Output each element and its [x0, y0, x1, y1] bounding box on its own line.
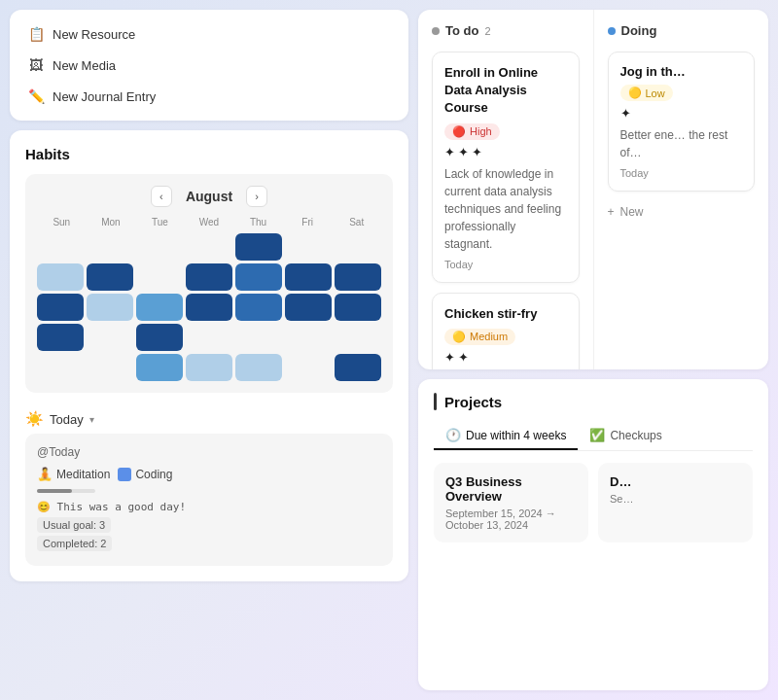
quick-actions-card: 📋 New Resource 🖼 New Media ✏️ New Journa…: [10, 10, 408, 121]
doing-task-desc: Better ene… the rest of…: [620, 126, 743, 161]
projects-section: Projects 🕐 Due within 4 weeks ✅ Checkups…: [418, 379, 768, 690]
todo-column-header: To do 2: [432, 23, 580, 38]
cal-cell: [136, 233, 183, 261]
high-label: High: [470, 125, 492, 137]
cal-cell: [136, 354, 183, 381]
chevron-down-icon: ▾: [89, 414, 94, 425]
doing-task-title: Jog in th…: [620, 64, 743, 79]
cal-cell: [285, 324, 332, 351]
today-label: Today: [50, 412, 84, 427]
cal-cell: [87, 294, 133, 321]
at-today-card: @Today 🧘 Meditation Coding 😊 This was a …: [25, 434, 393, 566]
cal-cell: [285, 233, 332, 261]
checkups-label: Checkups: [610, 429, 661, 442]
cal-cell: [186, 324, 232, 351]
clock-icon: 🕐: [445, 428, 461, 442]
project-card-q3[interactable]: Q3 Business Overview September 15, 2024 …: [434, 463, 588, 542]
calendar-month: August: [186, 189, 232, 204]
new-resource-button[interactable]: 📋 New Resource: [27, 23, 391, 45]
cal-cell: [136, 263, 183, 291]
task-card-chicken[interactable]: Chicken stir-fry 🟡 Medium ✦✦ Today: [432, 293, 580, 369]
left-panel: 📋 New Resource 🖼 New Media ✏️ New Journa…: [10, 10, 408, 690]
at-today-label: @Today: [37, 445, 381, 459]
tasks-board: To do 2 Enroll in Online Data Analysis C…: [418, 10, 768, 369]
plus-icon: +: [608, 205, 615, 219]
new-journal-button[interactable]: ✏️ New Journal Entry: [27, 86, 391, 107]
cal-cell: [235, 324, 282, 351]
priority-badge-medium: 🟡 Medium: [444, 329, 515, 345]
task-title: Enroll in Online Data Analysis Course: [444, 64, 567, 118]
cal-cell: [235, 354, 282, 381]
task-description: Lack of knowledge in current data analys…: [444, 165, 567, 253]
media-icon: 🖼: [27, 56, 45, 74]
doing-label: Doing: [621, 23, 657, 38]
cal-cell: [335, 294, 381, 321]
cal-cell: [335, 324, 381, 351]
doing-add-new-button[interactable]: + New: [608, 201, 756, 223]
projects-title-bar: [434, 393, 437, 410]
cal-cell: [87, 354, 133, 381]
projects-grid: Q3 Business Overview September 15, 2024 …: [434, 463, 753, 542]
cal-cell: [37, 354, 84, 381]
calendar-day-labels: Sun Mon Tue Wed Thu Fri Sat: [37, 217, 381, 228]
cal-cell: [136, 324, 183, 351]
task-emoji-row: ✦✦✦: [444, 145, 567, 159]
task-title: Chicken stir-fry: [444, 305, 567, 323]
projects-title: Projects: [444, 394, 502, 410]
cal-cell: [235, 233, 282, 261]
project-dates: Se…: [610, 493, 741, 505]
cal-cell: [235, 294, 282, 321]
todo-dot: [432, 27, 440, 35]
cal-cell: [335, 233, 381, 261]
meditation-tag: 🧘 Meditation: [37, 467, 110, 481]
sun-icon: ☀️: [25, 410, 44, 428]
cal-cell: [87, 263, 133, 291]
cal-cell: [186, 294, 232, 321]
todo-label: To do: [445, 23, 478, 38]
medium-label: Medium: [470, 331, 508, 342]
project-card-d[interactable]: D… Se…: [598, 463, 753, 542]
coding-box-icon: [118, 468, 131, 481]
cal-cell: [285, 263, 332, 291]
cal-cell: [285, 294, 332, 321]
tab-due-within-weeks[interactable]: 🕐 Due within 4 weeks: [434, 422, 578, 450]
task-emoji-row: ✦✦: [444, 350, 567, 365]
low-icon: 🟡: [628, 87, 642, 99]
usual-goal-label: Usual goal: 3: [37, 517, 111, 533]
right-panel: To do 2 Enroll in Online Data Analysis C…: [418, 10, 768, 690]
low-label: Low: [646, 88, 665, 99]
completed-label: Completed: 2: [37, 536, 112, 551]
doing-dot: [608, 27, 616, 35]
calendar-widget: ‹ August › Sun Mon Tue Wed Thu Fri Sat: [25, 174, 393, 393]
doing-card-jog[interactable]: Jog in th… 🟡 Low ✦ Better ene… the rest …: [608, 52, 756, 192]
calendar-next-button[interactable]: ›: [246, 186, 267, 207]
projects-header: Projects: [434, 393, 753, 410]
cal-cell: [37, 233, 84, 261]
cal-cell: [37, 294, 84, 321]
resource-icon: 📋: [27, 25, 45, 43]
task-date: Today: [444, 259, 567, 270]
project-name: D…: [610, 474, 741, 489]
new-media-label: New Media: [53, 58, 116, 73]
cal-cell: [235, 263, 282, 291]
todo-column: To do 2 Enroll in Online Data Analysis C…: [418, 10, 594, 369]
calendar-prev-button[interactable]: ‹: [151, 186, 172, 207]
new-media-button[interactable]: 🖼 New Media: [27, 54, 391, 76]
project-dates: September 15, 2024 → October 13, 2024: [445, 508, 577, 531]
meditation-label: Meditation: [56, 468, 110, 481]
today-toggle[interactable]: ☀️ Today ▾: [25, 404, 393, 434]
new-journal-label: New Journal Entry: [53, 89, 156, 104]
coding-label: Coding: [135, 468, 172, 481]
task-card-enroll[interactable]: Enroll in Online Data Analysis Course 🔴 …: [432, 52, 580, 283]
calendar-header: ‹ August ›: [37, 186, 381, 207]
cal-cell: [87, 324, 133, 351]
cal-cell: [186, 263, 232, 291]
cal-cell: [186, 354, 232, 381]
tab-checkups[interactable]: ✅ Checkups: [578, 422, 673, 450]
doing-column: Doing Jog in th… 🟡 Low ✦ Better ene… the…: [594, 10, 769, 369]
checkup-icon: ✅: [589, 428, 605, 442]
meditation-icon: 🧘: [37, 467, 53, 481]
todo-count: 2: [484, 25, 490, 37]
habit-tags: 🧘 Meditation Coding: [37, 467, 381, 481]
doing-column-header: Doing: [608, 23, 756, 38]
